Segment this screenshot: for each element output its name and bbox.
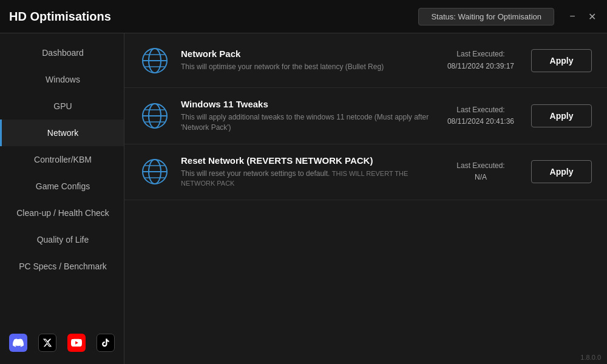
network-pack-apply-button[interactable]: Apply xyxy=(531,49,592,72)
windows-tweaks-desc: This will apply additional tweaks to the… xyxy=(181,112,430,133)
sidebar-item-network[interactable]: Network xyxy=(0,120,124,146)
discord-icon[interactable] xyxy=(9,334,27,352)
sidebar-item-cleanup-health[interactable]: Clean-up / Health Check xyxy=(0,200,124,226)
version-text: 1.8.0.0 xyxy=(580,354,601,361)
tiktok-icon[interactable] xyxy=(97,334,115,352)
sidebar-nav: Dashboard Windows GPU Network Controller… xyxy=(0,33,124,280)
reset-network-last-exec-value: N/A xyxy=(441,172,520,183)
windows-tweaks-meta: Last Executed: 08/11/2024 20:41:36 xyxy=(441,104,520,127)
content-area: Network Pack This will optimise your net… xyxy=(124,33,607,364)
reset-network-desc: This will reset your network settings to… xyxy=(181,169,430,189)
reset-network-icon xyxy=(140,157,170,187)
sidebar-item-quality-of-life[interactable]: Quality of Life xyxy=(0,226,124,253)
sidebar-footer xyxy=(0,328,124,358)
opt-item-reset-network: Reset Network (REVERTS NETWORK PACK) Thi… xyxy=(124,144,607,201)
sidebar-item-gpu[interactable]: GPU xyxy=(0,93,124,120)
network-pack-last-exec-value: 08/11/2024 20:39:17 xyxy=(441,61,520,72)
sidebar-item-game-configs[interactable]: Game Configs xyxy=(0,173,124,200)
close-button[interactable]: ✕ xyxy=(586,10,598,22)
network-pack-title: Network Pack xyxy=(181,49,430,59)
minimize-button[interactable]: − xyxy=(566,10,578,22)
windows-tweaks-info: Windows 11 Tweaks This will apply additi… xyxy=(181,99,430,133)
title-bar: HD Optimisations Status: Waiting for Opt… xyxy=(0,0,607,33)
network-pack-icon xyxy=(140,46,170,76)
sidebar: Dashboard Windows GPU Network Controller… xyxy=(0,33,124,364)
reset-network-last-exec-label: Last Executed: xyxy=(441,160,520,172)
reset-network-info: Reset Network (REVERTS NETWORK PACK) Thi… xyxy=(181,155,430,189)
windows-tweaks-last-exec-value: 08/11/2024 20:41:36 xyxy=(441,116,520,127)
status-box: Status: Waiting for Optimisation xyxy=(418,8,554,25)
main-layout: Dashboard Windows GPU Network Controller… xyxy=(0,33,607,364)
youtube-icon[interactable] xyxy=(67,334,86,352)
reset-network-warning: THIS WILL REVERT THE NETWORK PACK xyxy=(181,170,408,187)
windows-tweaks-apply-button[interactable]: Apply xyxy=(531,104,592,127)
reset-network-title: Reset Network (REVERTS NETWORK PACK) xyxy=(181,155,430,166)
network-pack-info: Network Pack This will optimise your net… xyxy=(181,49,430,72)
opt-item-windows-tweaks: Windows 11 Tweaks This will apply additi… xyxy=(124,88,607,144)
opt-item-network-pack: Network Pack This will optimise your net… xyxy=(124,33,607,88)
windows-tweaks-title: Windows 11 Tweaks xyxy=(181,99,430,109)
window-controls: − ✕ xyxy=(566,10,598,22)
reset-network-meta: Last Executed: N/A xyxy=(441,160,520,183)
sidebar-item-dashboard[interactable]: Dashboard xyxy=(0,39,124,66)
windows-tweaks-last-exec-label: Last Executed: xyxy=(441,104,520,116)
title-bar-right: Status: Waiting for Optimisation − ✕ xyxy=(418,8,598,25)
windows-tweaks-icon xyxy=(140,101,170,131)
sidebar-item-pc-specs[interactable]: PC Specs / Benchmark xyxy=(0,253,124,280)
network-pack-meta: Last Executed: 08/11/2024 20:39:17 xyxy=(441,49,520,72)
network-pack-desc: This will optimise your network for the … xyxy=(181,62,430,72)
x-twitter-icon[interactable] xyxy=(38,334,56,352)
app-title: HD Optimisations xyxy=(9,10,111,24)
reset-network-apply-button[interactable]: Apply xyxy=(531,160,592,183)
network-pack-last-exec-label: Last Executed: xyxy=(441,49,520,60)
sidebar-item-windows[interactable]: Windows xyxy=(0,66,124,93)
sidebar-item-controller-kbm[interactable]: Controller/KBM xyxy=(0,146,124,173)
